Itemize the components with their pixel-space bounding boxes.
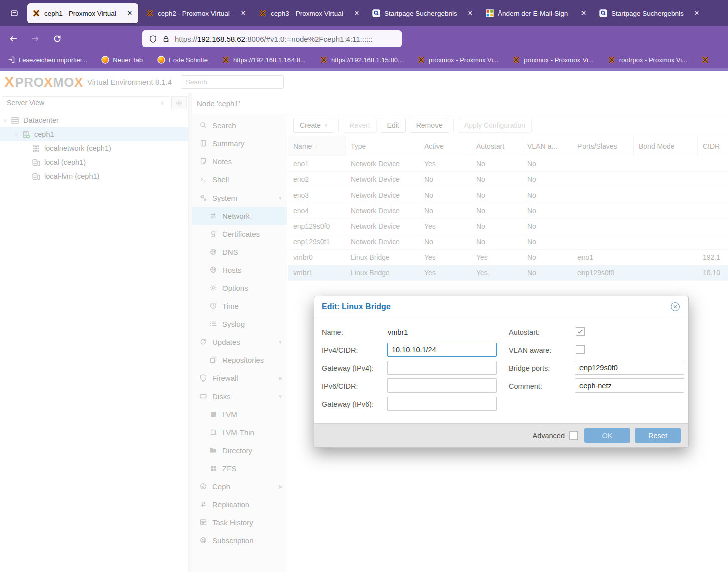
ipv6-cidr-label: IPv6/CIDR: xyxy=(322,382,358,390)
bookmark-label: Lesezeichen importier... xyxy=(19,56,87,64)
proxmox-favicon xyxy=(259,9,267,17)
firefox-view-button[interactable] xyxy=(5,4,23,22)
edit-linux-bridge-dialog: Edit: Linux Bridge Name: vmbr1 IPv4/CIDR… xyxy=(314,296,689,448)
comment-label: Comment: xyxy=(509,382,542,390)
reset-button[interactable]: Reset xyxy=(635,428,681,443)
forward-button[interactable] xyxy=(26,30,44,48)
bookmarks-bar: Lesezeichen importier... Neuer Tab Erste… xyxy=(0,51,728,68)
proxmox-favicon xyxy=(608,56,616,64)
bookmark-label: Erste Schritte xyxy=(169,56,208,64)
bookmark-item[interactable]: proxmox - Proxmox Vi... xyxy=(512,56,593,64)
tab-close-icon[interactable]: × xyxy=(465,8,476,19)
ipv6-cidr-input[interactable] xyxy=(387,378,497,393)
proxmox-favicon xyxy=(701,56,709,64)
reload-icon xyxy=(53,34,62,43)
tab-title: Startpage Suchergebnis xyxy=(384,10,463,17)
forward-icon xyxy=(31,34,40,43)
bookmark-item[interactable]: Erste Schritte xyxy=(157,56,208,64)
name-value: vmbr1 xyxy=(388,328,408,336)
vlan-aware-label: VLAN aware: xyxy=(509,346,551,354)
tab-close-icon[interactable]: × xyxy=(351,8,362,19)
gateway-ipv6-label: Gateway (IPv6): xyxy=(322,400,374,408)
bookmark-item[interactable]: Lesezeichen importier... xyxy=(7,56,87,64)
bookmark-label: https://192.168.1.164:8... xyxy=(233,56,306,64)
ipv4-cidr-input[interactable] xyxy=(387,343,497,357)
firefox-view-icon xyxy=(10,9,18,17)
reload-button[interactable] xyxy=(48,30,66,48)
autostart-label: Autostart: xyxy=(509,328,540,336)
dialog-title: Edit: Linux Bridge xyxy=(322,302,391,311)
gateway-ipv6-input[interactable] xyxy=(387,397,497,411)
vlan-aware-checkbox[interactable] xyxy=(576,345,585,354)
browser-tab[interactable]: ceph1 - Proxmox Virtual × xyxy=(27,3,138,23)
back-button[interactable] xyxy=(4,30,22,48)
bridge-ports-input[interactable] xyxy=(575,361,684,375)
bookmark-label: proxmox - Proxmox Vi... xyxy=(524,56,593,64)
browser-tab[interactable]: ceph2 - Proxmox Virtual × xyxy=(140,3,252,23)
dialog-close-button[interactable] xyxy=(670,301,681,312)
tab-close-icon[interactable]: × xyxy=(238,8,249,19)
dialog-header[interactable]: Edit: Linux Bridge xyxy=(314,296,688,317)
ipv4-cidr-label: IPv4/CIDR: xyxy=(322,346,358,354)
tab-close-icon[interactable]: × xyxy=(578,8,589,19)
proxmox-favicon xyxy=(222,56,230,64)
comment-input[interactable] xyxy=(575,378,684,393)
browser-tab[interactable]: Ändern der E-Mail-Sign × xyxy=(481,3,592,23)
firefox-icon xyxy=(157,56,165,64)
url-bar[interactable]: https://192.168.58.62:8006/#v1:0:=node%2… xyxy=(142,30,402,47)
proxmox-favicon xyxy=(417,56,425,64)
startpage-favicon xyxy=(372,9,380,17)
import-icon xyxy=(7,56,15,64)
browser-tab[interactable]: Startpage Suchergebnis × xyxy=(594,3,705,23)
lock-icon[interactable] xyxy=(162,35,170,43)
proxmox-favicon xyxy=(145,9,154,17)
advanced-checkbox[interactable] xyxy=(569,431,578,440)
back-icon xyxy=(9,34,18,43)
bookmark-item[interactable] xyxy=(701,56,713,64)
bookmark-item[interactable]: Neuer Tab xyxy=(101,56,143,64)
firefox-icon xyxy=(101,56,109,64)
advanced-label: Advanced xyxy=(533,432,565,440)
tab-title: ceph2 - Proxmox Virtual xyxy=(158,10,236,17)
gateway-ipv4-label: Gateway (IPv4): xyxy=(322,364,374,372)
microsoft-favicon xyxy=(486,9,494,17)
tab-title: Ändern der E-Mail-Sign xyxy=(498,10,576,17)
browser-tab[interactable]: Startpage Suchergebnis × xyxy=(367,3,479,23)
autostart-checkbox[interactable] xyxy=(576,327,585,336)
bookmark-item[interactable]: proxmox - Proxmox Vi... xyxy=(417,56,498,64)
tab-title: ceph3 - Proxmox Virtual xyxy=(271,10,349,17)
bookmark-label: https://192.168.1.15:80... xyxy=(331,56,403,64)
tab-title: ceph1 - Proxmox Virtual xyxy=(44,10,122,17)
bookmark-item[interactable]: https://192.168.1.164:8... xyxy=(222,56,306,64)
tab-close-icon[interactable]: × xyxy=(691,8,702,19)
browser-navbar: https://192.168.58.62:8006/#v1:0:=node%2… xyxy=(0,26,728,51)
proxmox-favicon xyxy=(320,56,328,64)
tab-title: Startpage Suchergebnis xyxy=(611,10,689,17)
bookmark-label: proxmox - Proxmox Vi... xyxy=(429,56,498,64)
proxmox-favicon xyxy=(512,56,520,64)
bookmark-item[interactable]: rootrpox - Proxmox Vi... xyxy=(608,56,687,64)
name-label: Name: xyxy=(322,328,343,336)
browser-tabs: ceph1 - Proxmox Virtual × ceph2 - Proxmo… xyxy=(27,0,728,26)
dialog-body: Name: vmbr1 IPv4/CIDR: Gateway (IPv4): I… xyxy=(314,317,688,424)
check-icon xyxy=(577,328,584,335)
url-text: https://192.168.58.62:8006/#v1:0:=node%2… xyxy=(175,35,373,43)
dialog-footer: Advanced OK Reset xyxy=(314,423,688,447)
bookmark-label: Neuer Tab xyxy=(113,56,143,64)
tracking-shield-icon[interactable] xyxy=(149,35,157,43)
tab-close-icon[interactable]: × xyxy=(124,8,135,19)
browser-tabbar: ceph1 - Proxmox Virtual × ceph2 - Proxmo… xyxy=(0,0,728,26)
browser-tab[interactable]: ceph3 - Proxmox Virtual × xyxy=(254,3,365,23)
bookmark-label: rootrpox - Proxmox Vi... xyxy=(619,56,687,64)
gateway-ipv4-input[interactable] xyxy=(387,361,497,375)
bridge-ports-label: Bridge ports: xyxy=(509,364,550,372)
proxmox-favicon xyxy=(32,9,40,17)
ok-button[interactable]: OK xyxy=(584,428,630,443)
bookmark-item[interactable]: https://192.168.1.15:80... xyxy=(320,56,403,64)
close-icon xyxy=(670,302,680,312)
startpage-favicon xyxy=(599,9,607,17)
